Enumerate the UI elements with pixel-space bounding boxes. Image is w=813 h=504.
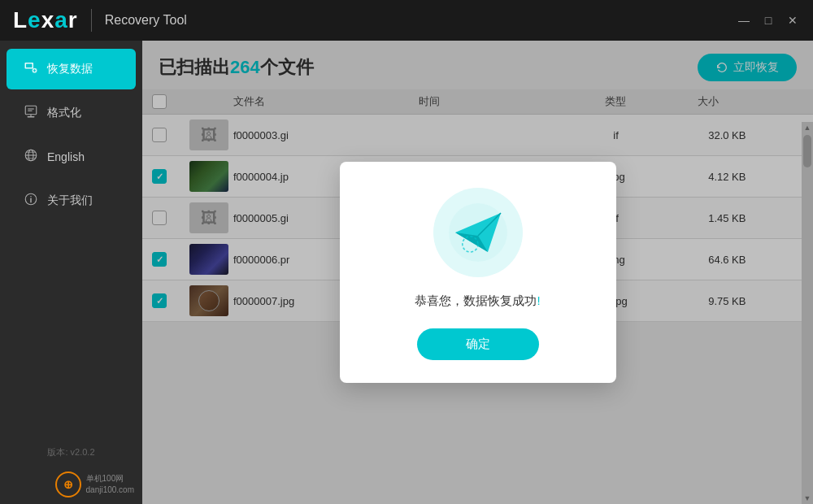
watermark-logo: ⊕ [55,471,81,497]
modal-ok-button[interactable]: 确定 [417,328,539,360]
content-area: 已扫描出264个文件 立即恢复 文件名 时间 类型 大小 [142,41,813,504]
titlebar-left: Lexar Recovery Tool [13,7,187,33]
format-icon [23,104,39,122]
globe-icon [23,148,39,166]
app-title: Recovery Tool [105,13,187,28]
svg-rect-3 [25,106,37,115]
titlebar: Lexar Recovery Tool — □ ✕ [0,0,813,41]
watermark-text: 单机100网 danji100.com [86,473,134,496]
sidebar-item-about-label: 关于我们 [47,193,93,208]
modal-icon-bg [433,188,523,277]
svg-rect-4 [28,116,35,118]
minimize-button[interactable]: — [737,13,751,28]
recover-icon [23,60,39,78]
sidebar-item-recover[interactable]: 恢复数据 [7,49,136,89]
sidebar-item-language[interactable]: English [7,137,136,177]
main-layout: 恢复数据 格式化 English 关于我们 版本: v2.0.2 ⊕ 单机100… [0,41,813,504]
window-controls: — □ ✕ [737,13,800,28]
logo: Lexar [13,7,78,33]
titlebar-divider [91,9,92,32]
modal-icon [433,188,523,277]
sidebar-item-about[interactable]: 关于我们 [7,180,136,221]
sidebar-item-language-label: English [47,150,85,163]
svg-point-15 [30,196,32,198]
success-modal: 恭喜您，数据恢复成功! 确定 [340,162,616,383]
version-label: 版本: v2.0.2 [0,440,142,465]
sidebar: 恢复数据 格式化 English 关于我们 版本: v2.0.2 ⊕ 单机100… [0,41,142,504]
sidebar-item-recover-label: 恢复数据 [47,62,93,76]
info-icon [23,192,39,210]
watermark: ⊕ 单机100网 danji100.com [0,468,142,504]
svg-rect-1 [26,64,33,68]
close-button[interactable]: ✕ [785,13,800,28]
maximize-button[interactable]: □ [761,13,776,28]
modal-message: 恭喜您，数据恢复成功! [415,293,540,309]
sidebar-item-format[interactable]: 格式化 [7,93,136,133]
modal-overlay: 恭喜您，数据恢复成功! 确定 [142,41,813,504]
sidebar-item-format-label: 格式化 [47,106,81,120]
